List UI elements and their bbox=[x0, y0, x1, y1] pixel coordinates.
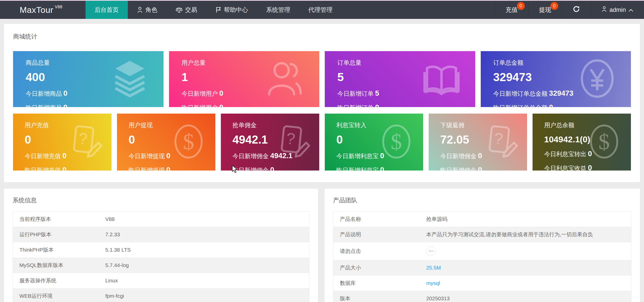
database-link[interactable]: mysql bbox=[426, 280, 440, 286]
row-label: 运行PHP版本 bbox=[13, 227, 99, 242]
navbar-right: 充值 0 提现 0 admin bbox=[495, 1, 644, 19]
row-label: 产品说明 bbox=[333, 227, 420, 242]
username: admin bbox=[610, 6, 626, 13]
stat-card-total-orders: 订单总量 5 今日新增订单5 昨日新增订单0 bbox=[325, 51, 475, 107]
table-row: 版本20250313 bbox=[333, 291, 631, 302]
card-line-label: 昨日新增商品 bbox=[26, 104, 62, 107]
card-line-label: 昨日新增充值 bbox=[25, 167, 61, 171]
card-line-label: 昨日新增用户 bbox=[182, 104, 218, 107]
refresh-button[interactable] bbox=[562, 1, 591, 19]
card-line-label: 今日新增提现 bbox=[129, 153, 165, 159]
row-value: 25.5M bbox=[420, 260, 631, 276]
nav-item-label: 代理管理 bbox=[308, 6, 333, 14]
row-label: MySQL数据库版本 bbox=[13, 258, 99, 273]
table-row: 数据库mysql bbox=[333, 276, 631, 291]
nav-item-help-center[interactable]: 帮助中心 bbox=[206, 1, 257, 19]
mall-statistics-panel: 商城统计 商品总量 400 今日新增商品0 昨日新增商品0 用户总量 1 bbox=[4, 24, 640, 182]
nav-item-roles[interactable]: 角色 bbox=[128, 1, 167, 19]
card-line-label: 今日新增订单总金额 bbox=[493, 90, 548, 97]
withdraw-badge: 0 bbox=[550, 2, 558, 10]
row-value: 本产品只为学习测试交流,请勿要做商业或者用于违法行为,一切后果自负 bbox=[420, 227, 631, 242]
withdraw-label: 提现 bbox=[539, 6, 551, 14]
nav-item-system-management[interactable]: 系统管理 bbox=[257, 1, 299, 19]
refresh-icon bbox=[573, 5, 580, 14]
table-row: 产品大小25.5M bbox=[333, 260, 631, 276]
row-label: WEB运行环境 bbox=[13, 288, 99, 302]
card-line-value: 0 bbox=[63, 103, 67, 107]
nav-item-label: 后台首页 bbox=[95, 6, 119, 14]
scales-icon bbox=[176, 7, 183, 13]
card-title: 订单总金额 bbox=[493, 59, 631, 67]
stat-card-total-order-amount: 订单总金额 329473 今日新增订单总金额329473 昨日新增订单总金额0 bbox=[481, 51, 631, 107]
top-navbar: MaxTour V88 后台首页 角色 交易 bbox=[0, 1, 644, 19]
section-title-product-team: 产品团队 bbox=[333, 196, 631, 204]
stat-card-user-total-balance: 用户总余额 104942.1(0) 今日利息宝转出0 今日利息宝收益0 $ bbox=[533, 114, 631, 171]
stat-card-interest-in: 利息宝转入 0 今日新增利息宝0 昨日新增利息宝0 $ bbox=[325, 114, 423, 171]
card-title: 订单总量 bbox=[337, 59, 475, 67]
nav-item-label: 帮助中心 bbox=[224, 6, 248, 14]
card-line-label: 今日新增利息宝 bbox=[336, 153, 379, 159]
card-line-value: 5 bbox=[375, 89, 379, 97]
card-value: 400 bbox=[26, 71, 164, 84]
nav-item-label: 交易 bbox=[185, 6, 197, 14]
main-menu: 后台首页 角色 交易 帮 bbox=[86, 1, 342, 19]
card-line-label: 昨日新增订单 bbox=[337, 104, 374, 107]
card-title: 下级返佣 bbox=[440, 121, 527, 129]
app-logo: MaxTour V88 bbox=[20, 1, 62, 19]
table-row: ThinkPHP版本5.1.38 LTS bbox=[13, 242, 309, 258]
nav-item-transactions[interactable]: 交易 bbox=[167, 1, 206, 19]
card-line-label: 今日利息宝转出 bbox=[544, 151, 586, 157]
user-menu[interactable]: admin bbox=[591, 1, 644, 19]
stat-card-order-commission: 抢单佣金 4942.1 今日新增佣金4942.1 昨日新增佣金0 ? bbox=[221, 114, 319, 171]
card-title: 商品总量 bbox=[26, 59, 164, 67]
card-line-value: 0 bbox=[270, 166, 274, 171]
card-line-label: 今日新增商品 bbox=[26, 90, 62, 97]
card-value: 4942.1 bbox=[232, 133, 319, 146]
product-size-link[interactable]: 25.5M bbox=[426, 265, 441, 271]
card-title: 利息宝转入 bbox=[336, 121, 423, 129]
nav-item-label: 系统管理 bbox=[266, 6, 290, 14]
row-label: 版本 bbox=[333, 291, 420, 302]
card-line-value: 0 bbox=[219, 89, 223, 97]
404-badge[interactable]: 404 bbox=[426, 246, 436, 256]
system-info-panel: 系统信息 当前程序版本V88 运行PHP版本7.2.33 ThinkPHP版本5… bbox=[4, 189, 318, 302]
row-label: 请勿点击 bbox=[333, 242, 420, 260]
card-line-value: 0 bbox=[478, 166, 482, 171]
card-line-value: 0 bbox=[219, 103, 223, 107]
withdraw-button[interactable]: 提现 0 bbox=[528, 1, 562, 19]
card-line-value: 329473 bbox=[549, 89, 574, 97]
stat-card-total-products: 商品总量 400 今日新增商品0 昨日新增商品0 bbox=[13, 51, 164, 107]
recharge-button[interactable]: 充值 0 bbox=[495, 1, 528, 19]
card-line-value: 0 bbox=[588, 150, 592, 158]
card-title: 抢单佣金 bbox=[232, 121, 319, 129]
card-line-label: 今日利息宝收益 bbox=[544, 165, 586, 171]
stat-card-subordinate-rebate: 下级返佣 72.05 今日新增佣金0 昨日新增佣金0 ? bbox=[429, 114, 527, 171]
row-value: Linux bbox=[99, 273, 309, 288]
table-row: 运行PHP版本7.2.33 bbox=[13, 227, 309, 242]
person-icon bbox=[137, 7, 143, 13]
nav-item-dashboard[interactable]: 后台首页 bbox=[86, 1, 128, 19]
row-value: 20250313 bbox=[420, 291, 631, 302]
row-value: fpm-fcgi bbox=[99, 288, 309, 302]
table-row: 请勿点击404 bbox=[333, 242, 631, 260]
card-line-label: 昨日新增利息宝 bbox=[336, 167, 379, 171]
card-value: 104942.1(0) bbox=[544, 135, 631, 144]
nav-item-label: 角色 bbox=[145, 6, 157, 14]
row-value: mysql bbox=[420, 276, 631, 291]
nav-item-agent-management[interactable]: 代理管理 bbox=[299, 1, 342, 19]
card-value: 0 bbox=[336, 133, 423, 146]
card-line-label: 今日新增佣金 bbox=[232, 153, 269, 159]
stat-card-total-users: 用户总量 1 今日新增用户0 昨日新增用户0 bbox=[169, 51, 319, 107]
card-title: 用户总量 bbox=[182, 59, 319, 67]
person-icon bbox=[601, 6, 607, 14]
stat-cards-row-1: 商品总量 400 今日新增商品0 昨日新增商品0 用户总量 1 今日新增用户0 … bbox=[13, 51, 631, 107]
section-title-mall-statistics: 商城统计 bbox=[13, 32, 631, 41]
card-line-value: 0 bbox=[549, 103, 553, 107]
row-value: V88 bbox=[99, 212, 309, 227]
card-line-value: 0 bbox=[478, 152, 482, 160]
recharge-label: 充值 bbox=[506, 6, 518, 14]
row-value: 抢单源码 bbox=[420, 212, 631, 227]
row-value: 404 bbox=[420, 242, 631, 260]
card-line-label: 今日新增用户 bbox=[182, 90, 218, 97]
card-line-label: 今日新增充值 bbox=[25, 153, 61, 159]
